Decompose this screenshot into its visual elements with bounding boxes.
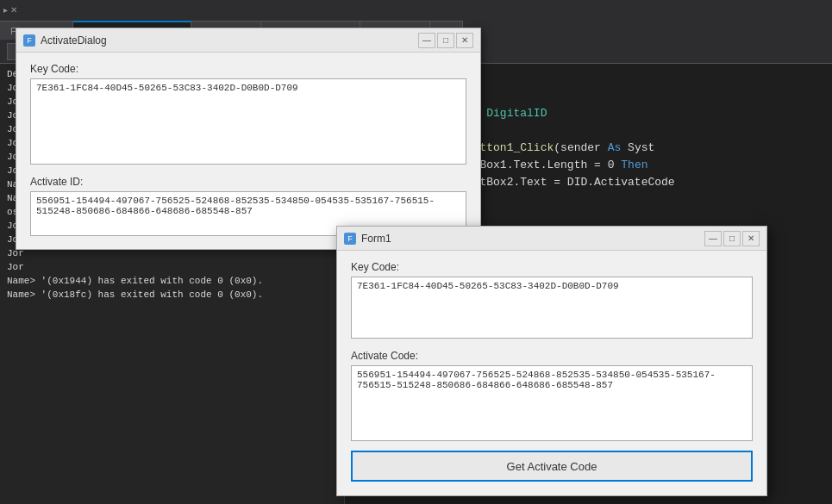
form1-dialog-close-btn[interactable]: ✕	[742, 231, 760, 246]
activate-dialog-titlebar-left: F ActivateDialog	[23, 34, 107, 47]
form1-dialog-titlebar-left: F Form1	[344, 233, 391, 245]
form1-dialog-minimize-btn[interactable]: —	[704, 231, 722, 246]
output-line: Jor	[7, 260, 337, 274]
key-code-textarea[interactable]	[30, 78, 466, 165]
form1-dialog-controls[interactable]: — □ ✕	[704, 231, 760, 246]
output-line: Name> '(0x18fc) has exited with code 0 (…	[7, 288, 337, 302]
get-activate-code-button[interactable]: Get Activate Code	[351, 451, 753, 482]
activate-id-label: Activate ID:	[30, 176, 466, 188]
form1-dialog-icon: F	[344, 233, 356, 245]
activate-dialog-icon: F	[23, 34, 35, 47]
activate-dialog-maximize-btn[interactable]: □	[437, 33, 454, 48]
activate-dialog: F ActivateDialog — □ ✕ Key Code: Activat…	[16, 28, 481, 250]
ide-topbar: ▸ ✕	[0, 0, 832, 19]
activate-dialog-title: ActivateDialog	[41, 34, 107, 47]
key-code-label: Key Code:	[30, 63, 466, 75]
form1-activate-code-label: Activate Code:	[351, 350, 753, 362]
form1-dialog-title: Form1	[361, 233, 391, 245]
activate-dialog-body: Key Code: Activate ID:	[16, 53, 480, 249]
form1-dialog: F Form1 — □ ✕ Key Code: Activate Code: G…	[336, 226, 767, 496]
activate-dialog-close-btn[interactable]: ✕	[456, 33, 473, 48]
output-line: Name> '(0x1944) has exited with code 0 (…	[7, 274, 337, 288]
activate-dialog-controls[interactable]: — □ ✕	[418, 33, 473, 48]
activate-dialog-minimize-btn[interactable]: —	[418, 33, 435, 48]
form1-dialog-maximize-btn[interactable]: □	[723, 231, 741, 246]
form1-activate-code-textarea[interactable]	[351, 365, 753, 441]
form1-key-code-textarea[interactable]	[351, 277, 753, 339]
form1-key-code-label: Key Code:	[351, 261, 753, 273]
form1-dialog-titlebar: F Form1 — □ ✕	[337, 227, 766, 251]
activate-dialog-titlebar: F ActivateDialog — □ ✕	[16, 28, 480, 53]
form1-dialog-body: Key Code: Activate Code: Get Activate Co…	[337, 251, 766, 495]
